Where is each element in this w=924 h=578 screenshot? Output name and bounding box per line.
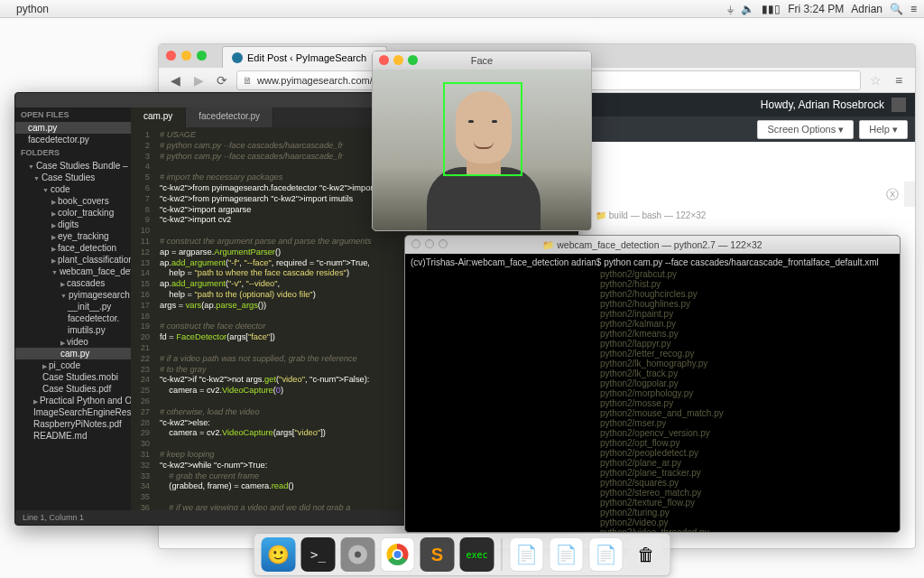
minimize-button[interactable] [393,55,403,65]
desktop: Edit Post ‹ PyImageSearch × ◀ ▶ ⟳ 🗎 www.… [0,18,924,578]
spotlight-icon[interactable]: 🔍 [890,3,903,15]
face-window-title: Face [471,55,493,66]
tab-title: Edit Post ‹ PyImageSearch [247,52,366,63]
editor-tab[interactable]: facedetector.py [186,107,273,127]
clock[interactable]: Fri 3:24 PM [788,3,844,15]
folder[interactable]: eye_tracking [15,230,131,242]
file[interactable]: RaspberryPiNotes.pdf [15,418,131,430]
folder-icon: 📁 [596,210,606,220]
back-button[interactable]: ◀ [166,71,184,89]
face-video-window: Face [372,51,592,231]
folder[interactable]: plant_classification [15,254,131,266]
close-button[interactable] [411,239,420,248]
wordpress-favicon-icon [232,52,243,63]
file[interactable]: README.md [15,430,131,442]
wp-avatar-icon[interactable] [892,98,906,112]
folder-root[interactable]: Case Studies Bundle – Pract [15,160,131,172]
close-button[interactable] [166,51,176,61]
zoom-button[interactable] [439,239,448,248]
window-controls [166,51,207,61]
folder[interactable]: video [15,336,131,348]
dock-preferences-icon[interactable] [341,537,375,572]
dock-separator [502,538,503,571]
zoom-button[interactable] [197,51,207,61]
dock-trash-icon[interactable]: 🗑 [629,537,663,572]
close-button[interactable] [379,55,389,65]
open-file[interactable]: cam.py [15,122,131,134]
browser-tab[interactable]: Edit Post ‹ PyImageSearch × [222,46,387,68]
cursor-position: Line 1, Column 1 [23,513,84,522]
battery-icon[interactable]: ▮▮▯ [762,3,781,15]
file[interactable]: Case Studies.mobi [15,371,131,383]
face-titlebar[interactable]: Face [373,51,591,70]
wifi-icon[interactable]: ⏚ [727,3,734,15]
dock-document-icon[interactable]: 📄 [510,537,544,572]
help-button[interactable]: Help ▾ [859,120,908,139]
minimize-button[interactable] [181,51,191,61]
folder[interactable]: pi_code [15,359,131,371]
dock-terminal-icon[interactable]: >_ [301,537,336,572]
svg-point-1 [355,552,361,558]
file[interactable]: __init__.py [15,301,131,312]
zoom-button[interactable] [408,55,418,65]
bookmark-icon[interactable]: ☆ [866,71,884,89]
chrome-menu-icon[interactable]: ≡ [890,71,908,89]
webcam-frame [373,70,591,231]
folder[interactable]: book_covers [15,195,131,207]
dismiss-notice-icon[interactable]: ⓧ [886,187,899,203]
line-gutter: 1234567891011121314151617181920212223242… [131,127,154,510]
dock-sublime-icon[interactable]: S [420,537,455,572]
face-detection-box [443,82,522,176]
forward-button[interactable]: ▶ [189,71,208,89]
folders-header: FOLDERS [15,145,131,160]
open-file[interactable]: facedetector.py [15,134,131,145]
reload-button[interactable]: ⟳ [213,71,231,89]
terminal-tab-ghost: 📁 build — bash — 122×32 [596,210,706,220]
minimize-button[interactable] [425,239,434,248]
app-menu-name[interactable]: python [16,3,49,15]
terminal-body[interactable]: (cv)Trishas-Air:webcam_face_detection ad… [405,254,900,533]
terminal-title: webcam_face_detection — python2.7 — 122×… [557,239,762,250]
folder[interactable]: color_tracking [15,207,131,219]
dock-document-icon[interactable]: 📄 [550,537,584,572]
open-files-header: OPEN FILES [15,107,131,122]
folder[interactable]: pyimagesearch [15,289,131,301]
dock-document-icon[interactable]: 📄 [589,537,624,572]
file[interactable]: cam.py [15,348,131,359]
terminal-ghost-output: python2/grabcut.pypython2/hist.pypython2… [411,269,894,533]
folder-icon: 📁 [542,239,554,251]
folder[interactable]: cascades [15,277,131,289]
terminal-prompt-line: (cv)Trishas-Air:webcam_face_detection ad… [411,257,894,267]
dock-finder-icon[interactable]: 🙂 [262,537,296,572]
file[interactable]: Case Studies.pdf [15,383,131,395]
notification-center-icon[interactable]: ≡ [910,3,917,15]
audio-icon[interactable]: 🔈 [741,3,754,15]
folder[interactable]: webcam_face_dete [15,266,131,277]
editor-tab[interactable]: cam.py [131,107,186,127]
user-menu[interactable]: Adrian [851,3,882,15]
dock-exec-icon[interactable]: exec [460,537,494,572]
folder[interactable]: digits [15,219,131,230]
file[interactable]: imutils.py [15,324,131,336]
file[interactable]: ImageSearchEngineResou [15,406,131,418]
dock-chrome-icon[interactable] [381,537,415,572]
folder[interactable]: face_detection [15,242,131,254]
folder[interactable]: Case Studies [15,172,131,183]
screen-options-button[interactable]: Screen Options ▾ [757,120,854,139]
terminal-window: 📁 webcam_face_detection — python2.7 — 12… [404,235,901,533]
macos-menubar: python ⏚ 🔈 ▮▮▯ Fri 3:24 PM Adrian 🔍 ≡ [0,0,924,18]
folder[interactable]: code [15,183,131,195]
page-icon: 🗎 [243,75,253,86]
dock: 🙂 >_ S exec 📄 📄 📄 🗑 [254,533,671,576]
file[interactable]: facedetector. [15,312,131,324]
wp-howdy[interactable]: Howdy, Adrian Rosebrock [761,98,884,111]
terminal-titlebar[interactable]: 📁 webcam_face_detection — python2.7 — 12… [405,236,900,254]
folder[interactable]: Practical Python and Ope [15,395,131,406]
sublime-sidebar[interactable]: OPEN FILES cam.py facedetector.py FOLDER… [15,107,131,510]
